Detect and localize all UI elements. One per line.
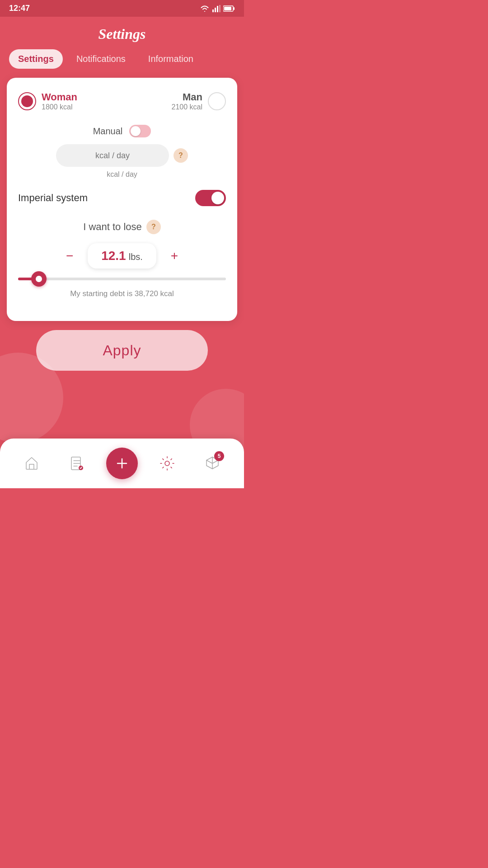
woman-radio-inner (21, 95, 33, 107)
status-time: 12:47 (9, 4, 30, 13)
lose-help-button[interactable]: ? (146, 220, 161, 234)
lose-slider-container[interactable] (18, 278, 226, 280)
plus-icon (115, 456, 129, 471)
svg-rect-2 (217, 6, 218, 12)
lose-increase-button[interactable]: + (165, 247, 183, 265)
gender-row: Woman 1800 kcal Man 2100 kcal (18, 91, 226, 111)
battery-icon (223, 5, 235, 12)
man-radio[interactable] (208, 92, 226, 110)
settings-card: Woman 1800 kcal Man 2100 kcal Manual ? k… (7, 78, 237, 321)
tab-information[interactable]: Information (139, 49, 202, 69)
debt-text: My starting debt is 38,720 kcal (18, 289, 226, 298)
bottom-nav: 5 (0, 439, 244, 488)
apply-button-container: Apply (0, 321, 244, 380)
nav-home[interactable] (9, 455, 54, 472)
notes-icon (69, 455, 85, 472)
kcal-input[interactable] (56, 144, 169, 167)
nav-box[interactable]: 5 (190, 455, 235, 472)
lose-slider-track (18, 278, 226, 280)
nav-notes[interactable] (54, 455, 99, 472)
manual-toggle[interactable] (129, 125, 151, 137)
lose-value-box: 12.1 lbs. (88, 243, 156, 269)
settings-icon (159, 455, 175, 472)
imperial-row: Imperial system (18, 190, 226, 206)
page-header: Settings (0, 17, 244, 49)
svg-rect-6 (224, 7, 231, 10)
kcal-input-row: ? (18, 144, 226, 167)
svg-rect-1 (215, 8, 216, 12)
tab-bar: Settings Notifications Information (0, 49, 244, 69)
svg-rect-3 (219, 5, 221, 12)
svg-point-14 (165, 461, 169, 466)
lose-stepper-row: − 12.1 lbs. + (18, 243, 226, 269)
apply-button[interactable]: Apply (36, 330, 208, 371)
signal-icon (212, 5, 221, 12)
page-title: Settings (0, 26, 244, 42)
tab-notifications[interactable]: Notifications (67, 49, 135, 69)
man-kcal: 2100 kcal (172, 103, 203, 111)
imperial-label: Imperial system (18, 192, 88, 204)
wifi-icon (200, 5, 210, 12)
box-badge: 5 (214, 451, 224, 461)
woman-kcal: 1800 kcal (42, 103, 77, 111)
lose-section: I want to lose ? − 12.1 lbs. + My starti… (18, 220, 226, 298)
manual-label: Manual (93, 126, 123, 137)
gender-woman-option[interactable]: Woman 1800 kcal (18, 91, 122, 111)
kcal-unit-label: kcal / day (18, 170, 226, 179)
svg-rect-0 (212, 9, 214, 12)
woman-label: Woman (42, 91, 77, 103)
nav-settings[interactable] (145, 455, 190, 472)
home-icon (23, 455, 40, 472)
manual-row: Manual (18, 125, 226, 137)
lose-value: 12.1 (101, 249, 126, 263)
woman-radio[interactable] (18, 92, 36, 110)
tab-settings[interactable]: Settings (9, 49, 63, 69)
imperial-toggle[interactable] (195, 190, 226, 206)
svg-rect-5 (234, 7, 235, 10)
man-label: Man (172, 91, 203, 103)
kcal-help-button[interactable]: ? (174, 148, 188, 163)
status-icons (200, 5, 235, 12)
lose-unit: lbs. (129, 252, 143, 262)
lose-decrease-button[interactable]: − (61, 247, 79, 265)
add-fab-button[interactable] (106, 448, 138, 479)
gender-man-option[interactable]: Man 2100 kcal (122, 91, 226, 111)
status-bar: 12:47 (0, 0, 244, 17)
lose-title: I want to lose (83, 221, 142, 233)
lose-slider-thumb[interactable] (31, 271, 47, 287)
